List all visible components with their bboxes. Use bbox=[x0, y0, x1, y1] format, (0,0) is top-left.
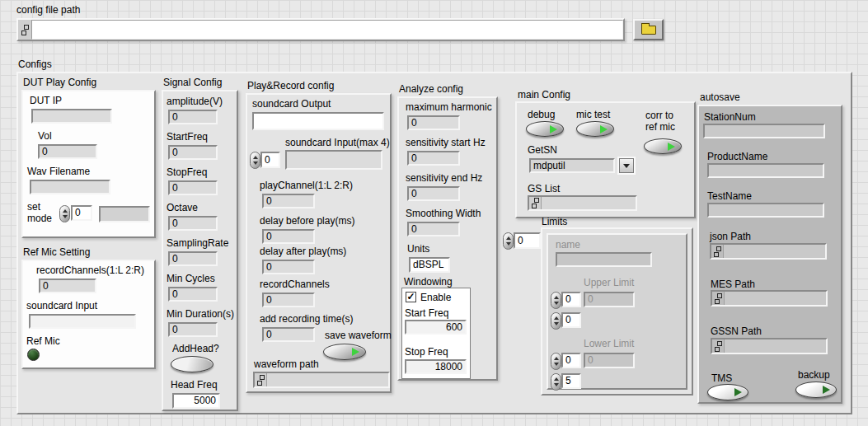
getsn-dropdown[interactable]: mdputil bbox=[529, 158, 615, 173]
lower-limit-col-index[interactable]: 5 bbox=[561, 373, 581, 389]
path-type-icon bbox=[711, 245, 724, 258]
stopfreq-field[interactable]: 0 bbox=[168, 180, 218, 195]
analyze-config-title: Analyze config bbox=[399, 83, 463, 95]
playchannel-label: playChannel(1:L 2:R) bbox=[260, 180, 353, 191]
mes-path-input[interactable] bbox=[711, 290, 828, 307]
sensitivity-start-label: sensitivity start Hz bbox=[406, 137, 486, 148]
limit-name-field bbox=[556, 252, 652, 267]
json-path-input[interactable] bbox=[710, 243, 827, 260]
vol-field[interactable]: 0 bbox=[38, 144, 97, 159]
mic-test-button[interactable] bbox=[576, 121, 614, 137]
testname-label: TestName bbox=[707, 190, 752, 202]
samplingrate-field[interactable]: 0 bbox=[168, 251, 218, 266]
soundcard-output-field[interactable] bbox=[252, 112, 384, 130]
min-duration-field[interactable]: 0 bbox=[168, 322, 218, 337]
lower-limit-label: Lower Limit bbox=[584, 338, 634, 349]
wav-filename-field[interactable] bbox=[30, 180, 110, 194]
sensitivity-start-field[interactable]: 0 bbox=[407, 151, 460, 166]
add-recording-time-field[interactable]: 0 bbox=[262, 327, 315, 342]
addhead-button[interactable] bbox=[171, 356, 213, 372]
soundcard-input-index-spinner[interactable] bbox=[250, 152, 260, 169]
waveform-path-input[interactable] bbox=[253, 372, 390, 388]
upper-limit-col-index[interactable]: 0 bbox=[561, 312, 581, 328]
debug-button[interactable] bbox=[526, 121, 564, 137]
octave-field[interactable]: 0 bbox=[168, 216, 218, 231]
head-freq-field[interactable]: 5000 bbox=[172, 393, 220, 409]
upper-limit-row-index[interactable]: 0 bbox=[561, 292, 581, 307]
windowing-stopfreq-field[interactable]: 18000 bbox=[405, 359, 467, 374]
set-mode-spinner[interactable] bbox=[59, 205, 70, 222]
units-label: Units bbox=[407, 243, 429, 255]
labview-front-panel: config file path Configs DUT Play Config… bbox=[0, 0, 868, 426]
configs-title: Configs bbox=[18, 59, 52, 70]
tms-button[interactable] bbox=[707, 384, 748, 400]
maximum-harmonic-label: maximum harmonic bbox=[406, 101, 492, 113]
smoothing-width-field[interactable]: 0 bbox=[407, 222, 460, 236]
corr-to-ref-mic-button[interactable] bbox=[644, 138, 682, 154]
signal-config-title: Signal Config bbox=[163, 77, 222, 88]
upper-limit-field: 0 bbox=[584, 292, 635, 307]
lower-limit-row-spinner[interactable] bbox=[551, 353, 561, 370]
lower-limit-col-spinner[interactable] bbox=[551, 373, 561, 391]
ref-mic-setting-cluster: recordChannels(1:L 2:R) 0 soundcard Inpu… bbox=[21, 260, 156, 369]
delay-after-play-field[interactable]: 0 bbox=[262, 260, 315, 274]
sensitivity-end-field[interactable]: 0 bbox=[407, 186, 460, 201]
startfreq-field[interactable]: 0 bbox=[168, 145, 218, 160]
limits-index-spinner[interactable] bbox=[503, 232, 514, 250]
ref-mic-label: Ref Mic bbox=[26, 335, 60, 347]
min-cycles-label: Min Cycles bbox=[167, 273, 215, 284]
soundcard-input-field[interactable] bbox=[285, 150, 382, 170]
gs-list-input[interactable] bbox=[528, 195, 637, 211]
limits-index[interactable]: 0 bbox=[514, 232, 541, 249]
octave-label: Octave bbox=[167, 202, 198, 213]
gs-list-label: GS List bbox=[528, 183, 560, 194]
stationnum-field[interactable] bbox=[703, 124, 825, 138]
backup-button[interactable] bbox=[795, 382, 837, 398]
windowing-cluster: ✓ Enable Start Freq 600 Stop Freq 18000 bbox=[401, 288, 471, 379]
path-type-icon bbox=[712, 292, 725, 305]
soundcard-input-index[interactable]: 0 bbox=[260, 152, 280, 168]
record-channels-field[interactable]: 0 bbox=[39, 279, 96, 293]
units-field[interactable]: dBSPL bbox=[409, 257, 450, 273]
maximum-harmonic-field[interactable]: 0 bbox=[407, 115, 460, 130]
ref-mic-led bbox=[27, 349, 40, 361]
gssn-path-label: GSSN Path bbox=[711, 325, 762, 337]
set-mode-value[interactable]: 0 bbox=[71, 205, 92, 221]
config-file-path-input[interactable] bbox=[31, 20, 623, 40]
main-config-cluster: debug mic test corr to ref mic GetSN mdp… bbox=[515, 101, 696, 218]
stopfreq-label: StopFreq bbox=[167, 166, 207, 178]
folder-icon bbox=[641, 26, 656, 35]
playchannel-field[interactable]: 0 bbox=[262, 194, 315, 208]
pr-recordchannels-field[interactable]: 0 bbox=[262, 293, 315, 307]
config-file-path-control[interactable] bbox=[16, 18, 625, 41]
refmic-soundcard-input-field[interactable] bbox=[29, 314, 136, 329]
min-cycles-field[interactable]: 0 bbox=[168, 287, 218, 302]
smoothing-width-label: Smoothing Width bbox=[406, 208, 481, 219]
delay-before-play-field[interactable]: 0 bbox=[262, 229, 315, 244]
upper-limit-col-spinner[interactable] bbox=[551, 312, 561, 330]
limit-name-label: name bbox=[556, 239, 580, 250]
browse-button[interactable] bbox=[633, 19, 664, 40]
windowing-enable-checkbox[interactable]: ✓ bbox=[406, 292, 416, 302]
productname-field[interactable] bbox=[707, 163, 824, 178]
startfreq-label: StartFreq bbox=[167, 131, 208, 143]
windowing-startfreq-field[interactable]: 600 bbox=[405, 320, 467, 335]
dut-ip-field[interactable] bbox=[31, 109, 112, 124]
path-type-icon bbox=[529, 197, 542, 209]
green-arrow-icon bbox=[352, 348, 359, 356]
set-mode-label: set mode bbox=[27, 201, 57, 224]
path-type-icon bbox=[18, 20, 31, 40]
backup-label: backup bbox=[798, 369, 830, 381]
save-waveform-button[interactable] bbox=[323, 344, 366, 360]
corr-to-ref-mic-label: corr to ref mic bbox=[645, 110, 685, 133]
gssn-path-input[interactable] bbox=[711, 338, 828, 354]
upper-limit-row-spinner[interactable] bbox=[551, 292, 561, 309]
path-type-icon bbox=[255, 373, 267, 386]
green-arrow-icon bbox=[600, 125, 608, 133]
testname-field[interactable] bbox=[707, 203, 824, 218]
green-arrow-icon bbox=[668, 143, 675, 151]
getsn-dropdown-button[interactable] bbox=[619, 158, 634, 173]
lower-limit-row-index[interactable]: 0 bbox=[561, 353, 581, 368]
amplitude-field[interactable]: 0 bbox=[168, 110, 218, 124]
dark-green-arrow-icon bbox=[823, 386, 830, 394]
